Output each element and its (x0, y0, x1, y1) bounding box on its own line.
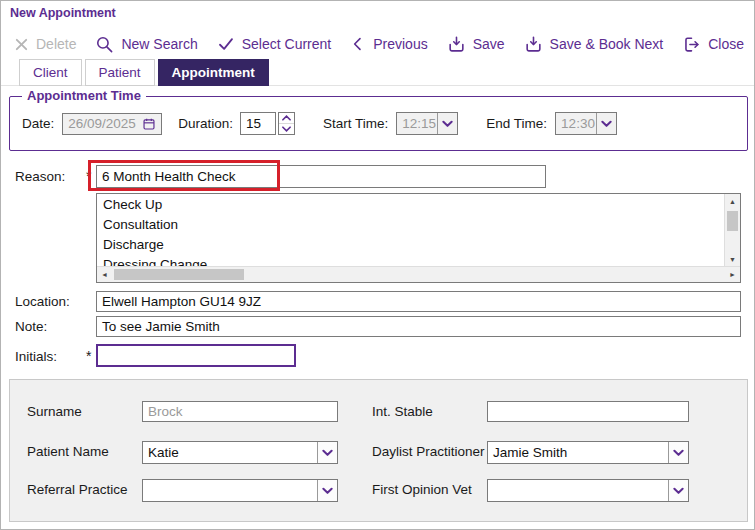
tab-patient[interactable]: Patient (85, 59, 155, 86)
vertical-scrollbar[interactable]: ▲ ▼ (724, 194, 740, 267)
note-input[interactable]: To see Jamie Smith (96, 316, 741, 337)
window-title: New Appointment (10, 6, 116, 20)
end-time-combo[interactable]: 12:30 (555, 112, 617, 135)
tab-appointment[interactable]: Appointment (158, 59, 269, 86)
referral-practice-value (143, 480, 317, 501)
spinner-up-button[interactable] (279, 113, 294, 123)
horizontal-scrollbar[interactable]: ◄ ► (97, 266, 740, 282)
end-time-label: End Time: (486, 116, 547, 131)
chevron-down-icon[interactable] (437, 113, 457, 134)
appointment-time-group: Appointment Time Date: 26/09/2025 Durati… (9, 96, 748, 151)
first-opinion-vet-combo[interactable] (487, 479, 689, 502)
daylist-practitioner-combo[interactable]: Jamie Smith (487, 441, 689, 464)
first-opinion-vet-label: First Opinion Vet (372, 482, 472, 497)
horizontal-scroll-thumb[interactable] (114, 269, 244, 280)
surname-input[interactable]: Brock (142, 401, 338, 422)
tab-client-label: Client (33, 65, 68, 80)
int-stable-input[interactable] (487, 401, 689, 422)
save-book-next-icon (524, 35, 543, 54)
reason-option[interactable]: Check Up (97, 195, 724, 215)
previous-label: Previous (373, 36, 427, 52)
x-icon (14, 37, 29, 52)
tab-patient-label: Patient (99, 65, 141, 80)
initials-label: Initials: (15, 349, 57, 364)
start-time-combo[interactable]: 12:15 (396, 112, 458, 135)
vertical-scroll-thumb[interactable] (727, 211, 738, 231)
calendar-icon[interactable] (142, 117, 156, 131)
reason-option-list: Check Up Consultation Discharge Dressing… (97, 195, 724, 266)
surname-label: Surname (27, 404, 82, 419)
duration-label: Duration: (178, 116, 233, 131)
spinner-down-button[interactable] (279, 123, 294, 134)
save-tray-icon (447, 35, 466, 54)
close-button[interactable]: Close (682, 35, 744, 54)
location-label: Location: (15, 294, 70, 309)
select-current-label: Select Current (242, 36, 331, 52)
save-button[interactable]: Save (447, 35, 505, 54)
tab-client[interactable]: Client (19, 59, 82, 86)
save-book-next-button[interactable]: Save & Book Next (524, 35, 664, 54)
initials-required-marker: * (86, 348, 91, 364)
select-current-button[interactable]: Select Current (217, 35, 331, 53)
check-icon (217, 35, 235, 53)
reason-value: 6 Month Health Check (102, 169, 236, 184)
patient-name-value: Katie (143, 442, 317, 463)
daylist-practitioner-label: Daylist Practitioner (372, 444, 485, 459)
new-appointment-window: New Appointment Delete New Search Select… (0, 0, 755, 530)
start-time-value: 12:15 (397, 113, 437, 134)
surname-value: Brock (148, 404, 183, 419)
search-icon (95, 35, 114, 54)
date-label: Date: (22, 116, 54, 131)
chevron-down-icon[interactable] (317, 480, 337, 501)
chevron-down-icon[interactable] (668, 480, 688, 501)
date-input[interactable]: 26/09/2025 (62, 113, 162, 135)
reason-required-marker: * (86, 168, 91, 184)
save-book-next-label: Save & Book Next (550, 36, 664, 52)
patient-details-group: Surname Brock Int. Stable Patient Name K… (9, 379, 748, 522)
scroll-right-icon[interactable]: ► (725, 267, 740, 282)
start-time-label: Start Time: (323, 116, 388, 131)
initials-input[interactable] (96, 344, 296, 367)
location-value: Elwell Hampton GU14 9JZ (102, 294, 261, 309)
date-value: 26/09/2025 (68, 116, 136, 131)
duration-spinner (278, 112, 295, 135)
tab-appointment-label: Appointment (172, 65, 255, 80)
duration-value: 15 (246, 116, 261, 131)
note-label: Note: (15, 319, 47, 334)
delete-label: Delete (36, 36, 76, 52)
first-opinion-vet-value (488, 480, 668, 501)
reason-option[interactable]: Consultation (97, 215, 724, 235)
toolbar: Delete New Search Select Current Previou… (14, 28, 748, 60)
end-time-value: 12:30 (556, 113, 596, 134)
chevron-left-icon (350, 36, 366, 52)
duration-input[interactable]: 15 (240, 112, 276, 135)
previous-button[interactable]: Previous (350, 36, 427, 52)
appointment-time-group-title: Appointment Time (22, 88, 146, 103)
reason-listbox: Check Up Consultation Discharge Dressing… (96, 193, 741, 283)
note-value: To see Jamie Smith (102, 319, 220, 334)
location-input[interactable]: Elwell Hampton GU14 9JZ (96, 291, 741, 312)
referral-practice-combo[interactable] (142, 479, 338, 502)
scroll-left-icon[interactable]: ◄ (97, 267, 112, 282)
delete-button[interactable]: Delete (14, 36, 76, 52)
patient-name-label: Patient Name (27, 444, 109, 459)
close-label: Close (708, 36, 744, 52)
reason-option[interactable]: Dressing Change (97, 255, 724, 266)
int-stable-label: Int. Stable (372, 404, 433, 419)
new-search-label: New Search (121, 36, 197, 52)
patient-name-combo[interactable]: Katie (142, 441, 338, 464)
scroll-up-icon[interactable]: ▲ (725, 194, 740, 209)
chevron-down-icon[interactable] (596, 113, 616, 134)
new-search-button[interactable]: New Search (95, 35, 197, 54)
scroll-down-icon[interactable]: ▼ (725, 252, 740, 267)
daylist-practitioner-value: Jamie Smith (488, 442, 668, 463)
exit-arrow-icon (682, 35, 701, 54)
reason-label: Reason: (15, 169, 65, 184)
reason-input[interactable]: 6 Month Health Check (96, 165, 546, 188)
referral-practice-label: Referral Practice (27, 482, 128, 497)
tabstrip: Client Patient Appointment (19, 59, 269, 86)
chevron-down-icon[interactable] (317, 442, 337, 463)
reason-option[interactable]: Discharge (97, 235, 724, 255)
save-label: Save (473, 36, 505, 52)
chevron-down-icon[interactable] (668, 442, 688, 463)
